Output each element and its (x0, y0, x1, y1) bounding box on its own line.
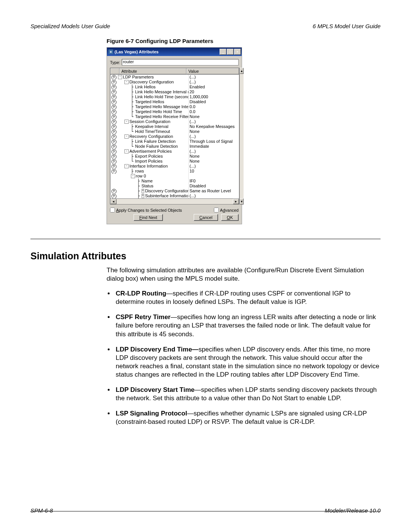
help-icon[interactable]: ? (110, 89, 117, 94)
value-cell[interactable]: (...) (188, 75, 239, 80)
value-cell[interactable]: 0.0 (188, 109, 239, 114)
table-row[interactable]: ? ├ Link Hello Hold Time (seconds)1,000,… (110, 94, 239, 99)
value-cell[interactable]: IF0 (188, 179, 239, 184)
value-cell[interactable]: None (188, 159, 239, 164)
attribute-cell[interactable]: ├ rows (117, 169, 188, 174)
value-cell[interactable]: Immediate (188, 144, 239, 149)
table-row[interactable]: ? ├ +Discovery ConfigurationSame as Rout… (110, 189, 239, 193)
minimize-button[interactable]: _ (220, 49, 226, 55)
help-icon[interactable]: ? (110, 154, 117, 159)
value-cell[interactable]: None (188, 154, 239, 159)
value-cell[interactable]: None (188, 114, 239, 119)
help-icon[interactable]: ? (110, 124, 117, 129)
attribute-cell[interactable]: ├ +Discovery Configuration (117, 189, 188, 193)
table-row[interactable]: ? ├ Export PoliciesNone (110, 154, 239, 159)
attribute-cell[interactable]: -Advertisement Policies (117, 149, 188, 154)
vertical-scrollbar[interactable]: ▲ ▼ (239, 68, 244, 204)
attribute-cell[interactable]: -Discovery Configuration (117, 80, 188, 85)
attribute-cell[interactable]: ├ Name (117, 179, 188, 184)
help-icon[interactable]: ? (110, 193, 117, 198)
tree-expander-icon[interactable]: + (142, 189, 144, 193)
table-row[interactable]: ├ StatusDisabled (110, 184, 239, 189)
help-icon[interactable]: ? (110, 75, 117, 80)
attribute-cell[interactable]: └ Targeted Hello Receive Filters (117, 114, 188, 119)
value-cell[interactable]: (...) (188, 119, 239, 124)
titlebar[interactable]: ✦ (Las Vegas) Attributes _ □ × (107, 48, 242, 56)
attribute-cell[interactable]: ├ Link Failure Detection (117, 139, 188, 144)
maximize-button[interactable]: □ (227, 49, 234, 55)
tree-expander-icon[interactable]: - (124, 120, 129, 124)
table-row[interactable]: ? -Recovery Configuration(...) (110, 134, 239, 139)
table-row[interactable]: ? -Advertisement Policies(...) (110, 149, 239, 154)
value-cell[interactable] (188, 174, 239, 179)
attribute-cell[interactable]: ├ Link Hello Message Interval (seco... (117, 89, 188, 94)
help-icon[interactable]: ? (110, 114, 117, 119)
header-value[interactable]: Value (186, 68, 239, 74)
table-row[interactable]: ├ NameIF0 (110, 179, 239, 184)
help-icon[interactable]: ? (110, 80, 117, 85)
scroll-right-icon[interactable]: ► (233, 199, 239, 204)
attribute-cell[interactable]: ├ Link Hellos (117, 85, 188, 89)
attribute-cell[interactable]: ├ Status (117, 184, 188, 189)
attribute-cell[interactable]: ├ Targeted Hello Hold Time (117, 109, 188, 114)
value-cell[interactable]: Disabled (188, 99, 239, 104)
value-cell[interactable]: None (188, 129, 239, 134)
scroll-down-icon[interactable]: ▼ (240, 198, 244, 204)
apply-changes-checkbox[interactable]: Apply Changes to Selected Objects (110, 208, 182, 212)
tree-expander-icon[interactable]: - (124, 80, 129, 84)
table-row[interactable]: ? └ Import PoliciesNone (110, 159, 239, 164)
value-cell[interactable]: 20 (188, 89, 239, 94)
advanced-checkbox[interactable]: Advanced (214, 208, 239, 212)
horizontal-scrollbar[interactable]: ◄ ► (110, 198, 239, 204)
close-button[interactable]: × (234, 49, 241, 55)
value-cell[interactable]: 1,000,000 (188, 94, 239, 99)
scroll-left-icon[interactable]: ◄ (110, 199, 116, 204)
attribute-cell[interactable]: └ Node Failure Detection (117, 144, 188, 149)
apply-changes-input[interactable] (110, 208, 115, 212)
ok-button[interactable]: OK (221, 214, 239, 221)
help-icon[interactable]: ? (110, 109, 117, 114)
table-row[interactable]: ? └ Targeted Hello Receive FiltersNone (110, 114, 239, 119)
value-cell[interactable]: 10 (188, 169, 239, 174)
help-icon[interactable]: ? (110, 119, 117, 124)
help-icon[interactable]: ? (110, 159, 117, 164)
help-icon[interactable]: ? (110, 169, 117, 174)
table-row[interactable]: ? ├ Targeted HellosDisabled (110, 99, 239, 104)
attribute-cell[interactable]: -LDP Parameters (117, 75, 188, 80)
help-icon[interactable]: ? (110, 139, 117, 144)
value-cell[interactable]: Through Loss of Signal (188, 139, 239, 144)
table-row[interactable]: ? ├ +Subinterface Information(...) (110, 193, 239, 198)
scroll-up-icon[interactable]: ▲ (240, 68, 244, 74)
value-cell[interactable]: (...) (188, 164, 239, 169)
help-icon[interactable]: ? (110, 189, 117, 193)
help-icon[interactable]: ? (110, 164, 117, 169)
cancel-button[interactable]: Cancel (194, 214, 218, 221)
value-cell[interactable]: Enabled (188, 85, 239, 89)
value-cell[interactable]: (...) (188, 80, 239, 85)
scroll-track[interactable] (240, 74, 244, 198)
help-icon[interactable]: ? (110, 144, 117, 149)
table-row[interactable]: ? ├ Keepalive IntervalNo Keepalive Messa… (110, 124, 239, 129)
tree-expander-icon[interactable]: - (124, 164, 129, 168)
attribute-cell[interactable]: -Recovery Configuration (117, 134, 188, 139)
value-cell[interactable]: Same as Router Level (188, 189, 239, 193)
value-cell[interactable]: 0.0 (188, 104, 239, 109)
table-row[interactable]: ? ├ Targeted Hello Message Interval0.0 (110, 104, 239, 109)
value-cell[interactable]: (...) (188, 193, 239, 198)
help-icon[interactable]: ? (110, 129, 117, 134)
table-row[interactable]: ? ├ rows10 (110, 169, 239, 174)
find-next-button[interactable]: Find Next (134, 214, 163, 221)
table-row[interactable]: ? ├ Link HellosEnabled (110, 85, 239, 89)
help-icon[interactable]: ? (110, 85, 117, 89)
tree-expander-icon[interactable]: - (131, 174, 135, 178)
table-row[interactable]: ?-LDP Parameters(...) (110, 75, 239, 80)
tree-expander-icon[interactable]: + (142, 194, 144, 198)
attribute-cell[interactable]: ├ Keepalive Interval (117, 124, 188, 129)
value-cell[interactable]: Disabled (188, 184, 239, 189)
attribute-cell[interactable]: -Interface Information (117, 164, 188, 169)
value-cell[interactable]: (...) (188, 134, 239, 139)
advanced-input[interactable] (214, 208, 219, 212)
type-input[interactable]: router (122, 59, 239, 66)
attribute-cell[interactable]: └ Import Policies (117, 159, 188, 164)
table-row[interactable]: ? -Session Configuration(...) (110, 119, 239, 124)
